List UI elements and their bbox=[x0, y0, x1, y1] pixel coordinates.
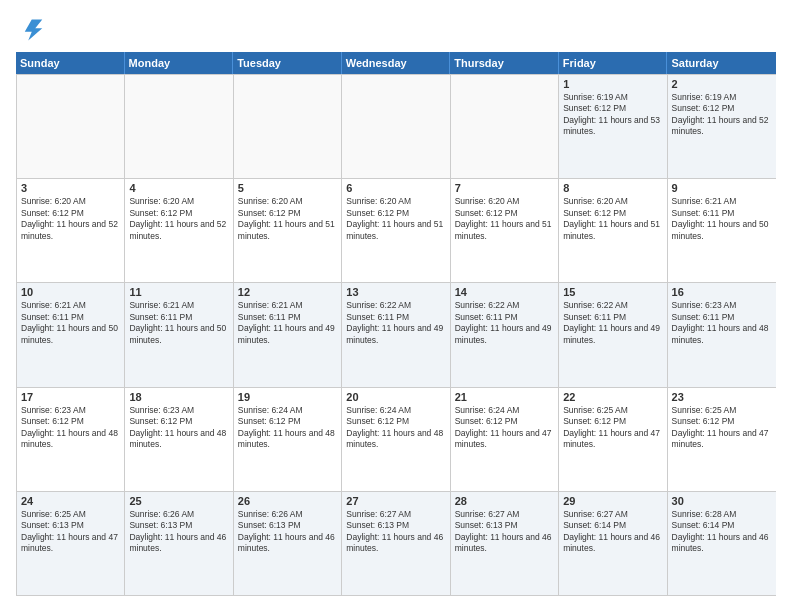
cell-info: Sunrise: 6:25 AM Sunset: 6:12 PM Dayligh… bbox=[563, 405, 662, 451]
day-number: 30 bbox=[672, 495, 772, 507]
day-number: 6 bbox=[346, 182, 445, 194]
day-number: 12 bbox=[238, 286, 337, 298]
header-friday: Friday bbox=[559, 52, 668, 74]
calendar-cell: 24Sunrise: 6:25 AM Sunset: 6:13 PM Dayli… bbox=[17, 492, 125, 595]
calendar-cell bbox=[17, 75, 125, 178]
calendar-cell: 30Sunrise: 6:28 AM Sunset: 6:14 PM Dayli… bbox=[668, 492, 776, 595]
cell-info: Sunrise: 6:22 AM Sunset: 6:11 PM Dayligh… bbox=[563, 300, 662, 346]
cell-info: Sunrise: 6:27 AM Sunset: 6:14 PM Dayligh… bbox=[563, 509, 662, 555]
calendar-cell: 22Sunrise: 6:25 AM Sunset: 6:12 PM Dayli… bbox=[559, 388, 667, 491]
calendar-cell: 9Sunrise: 6:21 AM Sunset: 6:11 PM Daylig… bbox=[668, 179, 776, 282]
page: Sunday Monday Tuesday Wednesday Thursday… bbox=[0, 0, 792, 612]
day-number: 22 bbox=[563, 391, 662, 403]
calendar-cell bbox=[342, 75, 450, 178]
day-number: 5 bbox=[238, 182, 337, 194]
day-number: 15 bbox=[563, 286, 662, 298]
calendar-cell: 23Sunrise: 6:25 AM Sunset: 6:12 PM Dayli… bbox=[668, 388, 776, 491]
calendar-cell: 14Sunrise: 6:22 AM Sunset: 6:11 PM Dayli… bbox=[451, 283, 559, 386]
header-thursday: Thursday bbox=[450, 52, 559, 74]
cell-info: Sunrise: 6:25 AM Sunset: 6:12 PM Dayligh… bbox=[672, 405, 772, 451]
calendar-cell: 11Sunrise: 6:21 AM Sunset: 6:11 PM Dayli… bbox=[125, 283, 233, 386]
calendar-cell: 1Sunrise: 6:19 AM Sunset: 6:12 PM Daylig… bbox=[559, 75, 667, 178]
calendar-cell: 2Sunrise: 6:19 AM Sunset: 6:12 PM Daylig… bbox=[668, 75, 776, 178]
cell-info: Sunrise: 6:24 AM Sunset: 6:12 PM Dayligh… bbox=[238, 405, 337, 451]
calendar-row-1: 3Sunrise: 6:20 AM Sunset: 6:12 PM Daylig… bbox=[17, 178, 776, 282]
day-number: 10 bbox=[21, 286, 120, 298]
cell-info: Sunrise: 6:26 AM Sunset: 6:13 PM Dayligh… bbox=[129, 509, 228, 555]
calendar-cell: 15Sunrise: 6:22 AM Sunset: 6:11 PM Dayli… bbox=[559, 283, 667, 386]
cell-info: Sunrise: 6:24 AM Sunset: 6:12 PM Dayligh… bbox=[455, 405, 554, 451]
calendar-cell: 19Sunrise: 6:24 AM Sunset: 6:12 PM Dayli… bbox=[234, 388, 342, 491]
day-number: 27 bbox=[346, 495, 445, 507]
calendar-cell: 3Sunrise: 6:20 AM Sunset: 6:12 PM Daylig… bbox=[17, 179, 125, 282]
calendar-cell: 26Sunrise: 6:26 AM Sunset: 6:13 PM Dayli… bbox=[234, 492, 342, 595]
header-tuesday: Tuesday bbox=[233, 52, 342, 74]
cell-info: Sunrise: 6:27 AM Sunset: 6:13 PM Dayligh… bbox=[346, 509, 445, 555]
cell-info: Sunrise: 6:23 AM Sunset: 6:11 PM Dayligh… bbox=[672, 300, 772, 346]
calendar-cell: 13Sunrise: 6:22 AM Sunset: 6:11 PM Dayli… bbox=[342, 283, 450, 386]
calendar-cell: 7Sunrise: 6:20 AM Sunset: 6:12 PM Daylig… bbox=[451, 179, 559, 282]
calendar-row-3: 17Sunrise: 6:23 AM Sunset: 6:12 PM Dayli… bbox=[17, 387, 776, 491]
day-number: 29 bbox=[563, 495, 662, 507]
calendar-cell bbox=[125, 75, 233, 178]
cell-info: Sunrise: 6:21 AM Sunset: 6:11 PM Dayligh… bbox=[672, 196, 772, 242]
day-number: 3 bbox=[21, 182, 120, 194]
calendar-cell: 25Sunrise: 6:26 AM Sunset: 6:13 PM Dayli… bbox=[125, 492, 233, 595]
cell-info: Sunrise: 6:20 AM Sunset: 6:12 PM Dayligh… bbox=[21, 196, 120, 242]
cell-info: Sunrise: 6:23 AM Sunset: 6:12 PM Dayligh… bbox=[21, 405, 120, 451]
svg-marker-0 bbox=[25, 20, 43, 41]
day-number: 28 bbox=[455, 495, 554, 507]
calendar-cell: 29Sunrise: 6:27 AM Sunset: 6:14 PM Dayli… bbox=[559, 492, 667, 595]
calendar-cell: 17Sunrise: 6:23 AM Sunset: 6:12 PM Dayli… bbox=[17, 388, 125, 491]
calendar-row-2: 10Sunrise: 6:21 AM Sunset: 6:11 PM Dayli… bbox=[17, 282, 776, 386]
day-number: 9 bbox=[672, 182, 772, 194]
cell-info: Sunrise: 6:20 AM Sunset: 6:12 PM Dayligh… bbox=[238, 196, 337, 242]
calendar: Sunday Monday Tuesday Wednesday Thursday… bbox=[16, 52, 776, 596]
cell-info: Sunrise: 6:23 AM Sunset: 6:12 PM Dayligh… bbox=[129, 405, 228, 451]
cell-info: Sunrise: 6:21 AM Sunset: 6:11 PM Dayligh… bbox=[129, 300, 228, 346]
header-saturday: Saturday bbox=[667, 52, 776, 74]
calendar-cell: 28Sunrise: 6:27 AM Sunset: 6:13 PM Dayli… bbox=[451, 492, 559, 595]
header bbox=[16, 16, 776, 44]
day-number: 18 bbox=[129, 391, 228, 403]
logo bbox=[16, 16, 48, 44]
calendar-cell: 4Sunrise: 6:20 AM Sunset: 6:12 PM Daylig… bbox=[125, 179, 233, 282]
cell-info: Sunrise: 6:21 AM Sunset: 6:11 PM Dayligh… bbox=[21, 300, 120, 346]
day-number: 14 bbox=[455, 286, 554, 298]
day-number: 2 bbox=[672, 78, 772, 90]
cell-info: Sunrise: 6:21 AM Sunset: 6:11 PM Dayligh… bbox=[238, 300, 337, 346]
calendar-cell: 10Sunrise: 6:21 AM Sunset: 6:11 PM Dayli… bbox=[17, 283, 125, 386]
day-number: 13 bbox=[346, 286, 445, 298]
cell-info: Sunrise: 6:20 AM Sunset: 6:12 PM Dayligh… bbox=[455, 196, 554, 242]
logo-icon bbox=[16, 16, 44, 44]
cell-info: Sunrise: 6:20 AM Sunset: 6:12 PM Dayligh… bbox=[563, 196, 662, 242]
day-number: 21 bbox=[455, 391, 554, 403]
day-number: 24 bbox=[21, 495, 120, 507]
cell-info: Sunrise: 6:28 AM Sunset: 6:14 PM Dayligh… bbox=[672, 509, 772, 555]
calendar-cell: 6Sunrise: 6:20 AM Sunset: 6:12 PM Daylig… bbox=[342, 179, 450, 282]
day-number: 1 bbox=[563, 78, 662, 90]
calendar-row-4: 24Sunrise: 6:25 AM Sunset: 6:13 PM Dayli… bbox=[17, 491, 776, 595]
cell-info: Sunrise: 6:19 AM Sunset: 6:12 PM Dayligh… bbox=[563, 92, 662, 138]
day-number: 20 bbox=[346, 391, 445, 403]
calendar-cell: 18Sunrise: 6:23 AM Sunset: 6:12 PM Dayli… bbox=[125, 388, 233, 491]
calendar-cell: 21Sunrise: 6:24 AM Sunset: 6:12 PM Dayli… bbox=[451, 388, 559, 491]
day-number: 26 bbox=[238, 495, 337, 507]
day-number: 17 bbox=[21, 391, 120, 403]
header-wednesday: Wednesday bbox=[342, 52, 451, 74]
day-number: 19 bbox=[238, 391, 337, 403]
day-number: 11 bbox=[129, 286, 228, 298]
calendar-cell: 27Sunrise: 6:27 AM Sunset: 6:13 PM Dayli… bbox=[342, 492, 450, 595]
calendar-cell: 12Sunrise: 6:21 AM Sunset: 6:11 PM Dayli… bbox=[234, 283, 342, 386]
calendar-row-0: 1Sunrise: 6:19 AM Sunset: 6:12 PM Daylig… bbox=[17, 74, 776, 178]
cell-info: Sunrise: 6:22 AM Sunset: 6:11 PM Dayligh… bbox=[346, 300, 445, 346]
day-number: 25 bbox=[129, 495, 228, 507]
calendar-body: 1Sunrise: 6:19 AM Sunset: 6:12 PM Daylig… bbox=[16, 74, 776, 596]
day-number: 7 bbox=[455, 182, 554, 194]
cell-info: Sunrise: 6:22 AM Sunset: 6:11 PM Dayligh… bbox=[455, 300, 554, 346]
cell-info: Sunrise: 6:24 AM Sunset: 6:12 PM Dayligh… bbox=[346, 405, 445, 451]
header-sunday: Sunday bbox=[16, 52, 125, 74]
calendar-cell bbox=[234, 75, 342, 178]
day-number: 8 bbox=[563, 182, 662, 194]
header-monday: Monday bbox=[125, 52, 234, 74]
